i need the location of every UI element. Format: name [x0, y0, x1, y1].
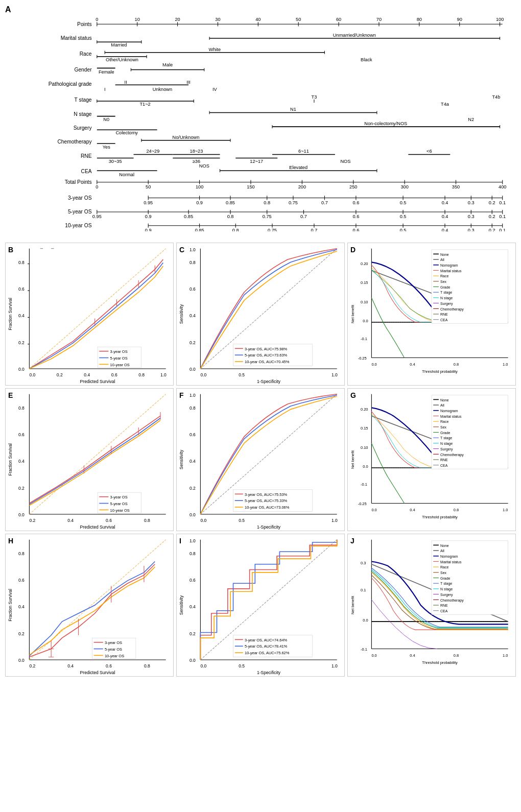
svg-text:0.4: 0.4 [190, 604, 196, 609]
svg-text:Sensitivity: Sensitivity [179, 304, 184, 324]
svg-text:Sex: Sex [440, 425, 446, 429]
svg-text:Marital status: Marital status [440, 560, 462, 564]
svg-text:Chemotherapy: Chemotherapy [57, 139, 92, 145]
svg-text:0.2: 0.2 [29, 663, 35, 668]
svg-text:Pathological grade: Pathological grade [49, 81, 92, 87]
svg-text:0.4: 0.4 [67, 663, 74, 668]
svg-text:All: All [440, 549, 444, 553]
section-c-label: C [179, 246, 184, 254]
svg-text:0.6: 0.6 [190, 286, 196, 292]
svg-text:0.0: 0.0 [29, 372, 35, 377]
svg-text:0.6: 0.6 [352, 200, 359, 205]
section-d-label: D [350, 246, 356, 254]
svg-text:0.4: 0.4 [442, 214, 448, 219]
svg-text:250: 250 [349, 184, 357, 189]
svg-text:0.0: 0.0 [18, 512, 25, 517]
svg-text:II: II [125, 80, 127, 85]
svg-text:Yes: Yes [103, 145, 110, 150]
svg-text:Sensitivity: Sensitivity [179, 449, 184, 469]
plot-c: C 0.0 0.2 0.4 0.6 0.8 1.0 0.0 0.5 1.0 [176, 243, 345, 386]
svg-text:3-year OS: 3-year OS [68, 195, 92, 201]
svg-text:0.6: 0.6 [352, 228, 359, 231]
svg-text:0.6: 0.6 [352, 214, 359, 219]
svg-text:CEA: CEA [440, 464, 448, 467]
svg-text:0.8: 0.8 [18, 260, 25, 265]
svg-text:1-Specificity: 1-Specificity [257, 379, 281, 384]
svg-text:0.3: 0.3 [468, 200, 475, 205]
svg-text:0.1: 0.1 [499, 200, 506, 205]
svg-text:Threshold probability: Threshold probability [422, 369, 458, 374]
svg-text:Fraction Survival: Fraction Survival [8, 443, 13, 476]
roc-f-svg: 0.0 0.2 0.4 0.6 0.8 1.0 0.0 0.5 1.0 Sens… [177, 389, 344, 531]
svg-text:0.0: 0.0 [371, 508, 376, 512]
svg-text:10-year OS, AUC=70.45%: 10-year OS, AUC=70.45% [245, 360, 290, 364]
svg-text:0.8: 0.8 [190, 405, 196, 411]
svg-text:N stage: N stage [74, 111, 92, 117]
figure-container: A Points 0 10 20 30 40 50 [0, 0, 521, 682]
calibration-h-svg: 0.0 0.2 0.4 0.6 0.8 0.2 0.4 0.6 0.8 [6, 534, 173, 676]
svg-text:NOS: NOS [199, 163, 209, 169]
svg-text:Nomogram: Nomogram [440, 409, 458, 413]
svg-text:Black: Black [361, 57, 372, 62]
svg-text:0.2: 0.2 [18, 631, 25, 636]
svg-text:30~35: 30~35 [109, 159, 122, 164]
svg-text:-0.1: -0.1 [361, 337, 367, 341]
svg-text:3-year OS: 3-year OS [105, 640, 122, 645]
svg-text:0.20: 0.20 [361, 261, 368, 266]
svg-text:0.9: 0.9 [145, 228, 152, 231]
svg-text:0.0: 0.0 [371, 362, 376, 367]
svg-text:Fraction Survival: Fraction Survival [8, 298, 13, 330]
svg-text:-0.25: -0.25 [358, 501, 367, 506]
plot-j: J -0.1 0.0 0.1 0.3 0.0 0.4 0.8 1.0 [347, 534, 516, 677]
plot-b: B 0.0 0.2 0.4 0.6 0.8 0.0 0.2 0.4 [5, 243, 174, 386]
svg-text:T1~2: T1~2 [139, 102, 150, 107]
section-h-label: H [8, 537, 13, 545]
svg-text:0.5: 0.5 [400, 214, 407, 219]
svg-text:Race: Race [440, 420, 448, 423]
section-e-label: E [8, 391, 13, 399]
svg-text:0.8: 0.8 [264, 200, 270, 205]
svg-text:70: 70 [376, 17, 382, 22]
svg-text:0.4: 0.4 [18, 459, 25, 464]
svg-text:0.8: 0.8 [190, 260, 196, 265]
svg-text:T4b: T4b [492, 94, 500, 100]
svg-text:5-year OS: 5-year OS [110, 356, 128, 361]
svg-text:30: 30 [215, 17, 220, 22]
svg-text:0.4: 0.4 [18, 313, 25, 318]
svg-text:0.6: 0.6 [18, 578, 25, 583]
svg-text:Elevated: Elevated [289, 165, 307, 170]
svg-text:0.1: 0.1 [499, 228, 506, 231]
dca-g-svg: -0.25 -0.1 0.0 0.10 0.15 0.20 0.0 0.4 0.… [348, 389, 515, 531]
svg-text:0.7: 0.7 [321, 200, 328, 205]
svg-text:0.2: 0.2 [18, 486, 25, 491]
svg-text:50: 50 [296, 17, 301, 22]
svg-text:1.0: 1.0 [331, 663, 338, 668]
svg-text:RNE: RNE [440, 458, 448, 462]
svg-text:Marital status: Marital status [440, 415, 462, 418]
svg-text:0: 0 [96, 17, 98, 22]
svg-text:40: 40 [255, 17, 260, 22]
svg-text:Surgery: Surgery [440, 447, 453, 451]
svg-text:Marital status: Marital status [440, 269, 462, 273]
svg-text:0.0: 0.0 [200, 372, 206, 377]
svg-text:Predicted Survival: Predicted Survival [80, 524, 115, 530]
svg-text:Chemotherapy: Chemotherapy [440, 599, 464, 603]
svg-text:90: 90 [457, 17, 462, 22]
svg-text:III: III [186, 80, 191, 85]
svg-text:0.4: 0.4 [190, 459, 196, 464]
svg-text:None: None [440, 398, 449, 402]
svg-text:6~11: 6~11 [298, 149, 309, 154]
svg-text:0.9: 0.9 [196, 200, 203, 205]
svg-text:0.6: 0.6 [106, 663, 112, 668]
svg-text:1.0: 1.0 [503, 362, 508, 367]
svg-text:0.0: 0.0 [190, 512, 196, 517]
svg-text:200: 200 [298, 184, 306, 189]
svg-text:Race: Race [440, 274, 448, 278]
svg-text:0.2: 0.2 [190, 631, 196, 636]
svg-text:-0.1: -0.1 [361, 482, 367, 487]
svg-text:0.20: 0.20 [361, 407, 368, 412]
svg-text:Male: Male [162, 62, 173, 67]
svg-text:No/Unknown: No/Unknown [173, 135, 200, 140]
svg-text:Gender: Gender [74, 67, 92, 73]
svg-text:0.8: 0.8 [138, 372, 145, 377]
